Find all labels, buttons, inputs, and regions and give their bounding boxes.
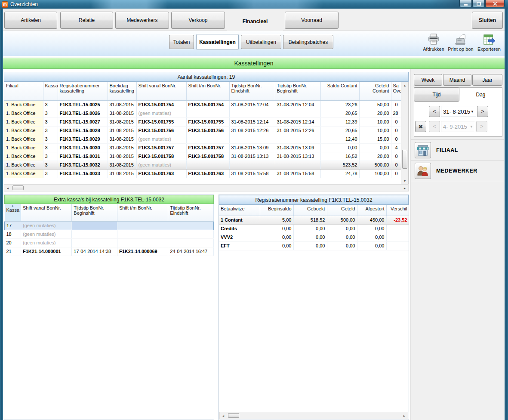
date-from-prev-button[interactable]: < — [429, 106, 440, 117]
column-header[interactable]: Tijdstip BonNr. Beginshift — [275, 82, 320, 100]
date-from-next-button[interactable]: > — [477, 106, 488, 117]
scroll-down-button[interactable]: ▼ — [401, 177, 408, 184]
column-header[interactable]: Saldo Contant — [320, 82, 359, 100]
print-op-bon-button[interactable]: Print op bon — [446, 34, 475, 52]
column-header[interactable]: ▲Kassa — [5, 204, 21, 221]
sluiten-button[interactable]: Sluiten — [472, 12, 503, 29]
scroll-left-button[interactable]: ◄ — [220, 412, 227, 419]
receipt-printer-icon — [454, 34, 467, 46]
column-header[interactable]: Tijdstip BonNr. Beginshift — [72, 204, 117, 221]
tab-tijd[interactable]: Tijd — [414, 87, 459, 102]
table-cell: (geen mutaties) — [21, 221, 72, 230]
close-button[interactable] — [485, 0, 505, 7]
extra-kassas-caption: Extra kassa's bij kassatelling F1K3.TEL-… — [4, 195, 214, 204]
tab-medewerkers[interactable]: Medewerkers — [115, 12, 169, 29]
window-titlebar[interactable]: m Overzichten — [0, 0, 508, 9]
column-header[interactable]: Beginsaldo — [260, 205, 293, 216]
jaar-button[interactable]: Jaar — [472, 74, 502, 86]
column-header[interactable]: Shift vanaf BonNr. — [21, 204, 72, 221]
table-row[interactable]: 1. Back Office3F1K3.TEL-15.002731-08-201… — [4, 117, 401, 126]
filiaal-filter[interactable]: FILIAAL — [410, 140, 505, 160]
table-cell: 1. Back Office — [4, 152, 43, 161]
column-header[interactable]: Kassa — [43, 82, 58, 100]
column-header[interactable]: Sa Ove — [391, 82, 401, 100]
scroll-up-button[interactable]: ▲ — [401, 82, 408, 89]
hscroll-thumb[interactable] — [228, 413, 239, 418]
column-header[interactable]: Verschil — [386, 205, 409, 216]
table-row[interactable]: 20(geen mutaties) — [5, 238, 214, 247]
column-header[interactable]: Geboekt — [293, 205, 327, 216]
table-row[interactable]: 1. Back Office3F1K3.TEL-15.002531-08-201… — [4, 100, 401, 109]
table-cell — [386, 241, 409, 250]
table-row[interactable]: EFT0,000,000,000,00 — [219, 241, 409, 250]
table-row[interactable]: 21F1K21-14.00000117-04-2014 14:38F1K21-1… — [5, 247, 214, 256]
table-cell — [72, 238, 117, 247]
scroll-right-button[interactable]: ► — [401, 412, 408, 419]
scroll-right-button[interactable]: ► — [401, 185, 408, 191]
tab-artikelen[interactable]: Artikelen — [4, 12, 57, 29]
table-row[interactable]: 1. Back Office3F1K3.TEL-15.003331-08-201… — [4, 169, 401, 178]
table-cell: 17 — [5, 221, 21, 230]
table-row[interactable]: VVV20,000,000,000,00 — [219, 233, 409, 241]
table-row[interactable]: 1. Back Office3F1K3.TEL-15.003131-08-201… — [4, 152, 401, 161]
table-cell: F1K3.TEL-15.0025 — [58, 100, 108, 109]
table-row[interactable]: 1. Back Office3F1K3.TEL-15.003231-08-201… — [4, 161, 401, 169]
scroll-left-button[interactable]: ◄ — [4, 185, 11, 191]
column-header[interactable]: Afgestort — [357, 205, 386, 216]
column-header[interactable]: Shift t/m BonNr. — [186, 82, 229, 100]
hscroll-thumb[interactable] — [12, 185, 24, 190]
table-row[interactable]: 1 Contant5,00518,52500,00450,00-23,52 — [219, 216, 409, 224]
column-header[interactable]: Tijdstip BonNr. Eindshift — [168, 204, 214, 221]
week-button[interactable]: Week — [414, 74, 442, 86]
column-header[interactable]: Shift t/m BonNr. — [117, 204, 168, 221]
medewerker-filter[interactable]: MEDEWERKER — [410, 161, 505, 181]
clear-date-button[interactable]: ✖ — [415, 121, 426, 132]
tab-verkoop[interactable]: Verkoop — [171, 12, 225, 29]
table-row[interactable]: Credits0,000,000,000,00 — [219, 224, 409, 233]
table-row[interactable]: 1. Back Office3F1K3.TEL-15.002931-08-201… — [4, 135, 401, 143]
table-row[interactable]: 1. Back Office3F1K3.TEL-15.002631-08-201… — [4, 109, 401, 117]
table-row[interactable]: 1. Back Office3F1K3.TEL-15.003031-08-201… — [4, 143, 401, 152]
table-cell: 31-08-2015 13:13 — [229, 152, 275, 161]
maximize-button[interactable] — [472, 0, 485, 7]
maand-button[interactable]: Maand — [443, 74, 471, 86]
column-header[interactable]: Boekdag kassatelling — [108, 82, 136, 100]
betaalwijze-horizontal-scrollbar[interactable]: ◄ ► — [219, 412, 408, 419]
table-row[interactable]: 1. Back Office3F1K3.TEL-15.002831-08-201… — [4, 126, 401, 135]
column-header[interactable]: Betaalwijze — [219, 205, 260, 216]
column-header[interactable]: Registratienummer kassatelling — [58, 82, 108, 100]
date-from-combo[interactable]: 31- 8-2015 ▼ — [441, 106, 476, 117]
exporteren-button[interactable]: Exporteren — [474, 34, 504, 52]
tab-voorraad[interactable]: Voorraad — [285, 12, 339, 29]
subtab-uitbetalingen[interactable]: Uitbetalingen — [241, 35, 281, 49]
table-row[interactable]: 17(geen mutaties) — [5, 221, 214, 230]
date-to-combo: 4- 9-2015 ▼ — [441, 121, 475, 132]
table-cell: F1K3-15.001754 — [136, 100, 186, 109]
column-header[interactable]: Geteld Contant — [359, 82, 391, 100]
afdrukken-button[interactable]: Afdrukken — [419, 34, 448, 52]
column-header[interactable]: Filiaal — [4, 82, 43, 100]
tab-relatie[interactable]: Relatie — [60, 12, 113, 29]
subtab-totalen[interactable]: Totalen — [169, 35, 194, 49]
table-cell: (geen mutaties) — [136, 109, 186, 117]
horizontal-scrollbar[interactable]: ◄ ► — [4, 184, 409, 191]
table-cell: 0,00 — [260, 224, 293, 233]
filiaal-button[interactable] — [415, 142, 431, 158]
column-header[interactable]: Tijdstip BonNr. Eindshift — [229, 82, 275, 100]
column-header[interactable]: Geteld — [327, 205, 357, 216]
tab-dag-active[interactable]: Dag — [459, 88, 502, 101]
vscroll-thumb[interactable] — [402, 150, 407, 169]
subtab-kassatellingen-active[interactable]: Kassatellingen — [196, 34, 239, 50]
column-header[interactable]: Shift vanaf BonNr. — [136, 82, 186, 100]
medewerker-button[interactable] — [415, 163, 431, 179]
table-cell: 18 — [5, 230, 21, 238]
subtab-betalingsbatches[interactable]: Betalingsbatches — [283, 35, 333, 49]
vertical-scrollbar[interactable]: ▲ ▼ — [401, 82, 408, 184]
table-cell: 10,00 — [359, 117, 391, 126]
table-cell: 0 — [391, 100, 401, 109]
tab-financieel-active[interactable]: Financieel — [227, 12, 283, 31]
table-row[interactable]: 18(geen mutaties) — [5, 230, 214, 238]
minimize-button[interactable] — [459, 0, 472, 7]
table-cell — [168, 230, 214, 238]
table-cell: 3 — [43, 100, 58, 109]
